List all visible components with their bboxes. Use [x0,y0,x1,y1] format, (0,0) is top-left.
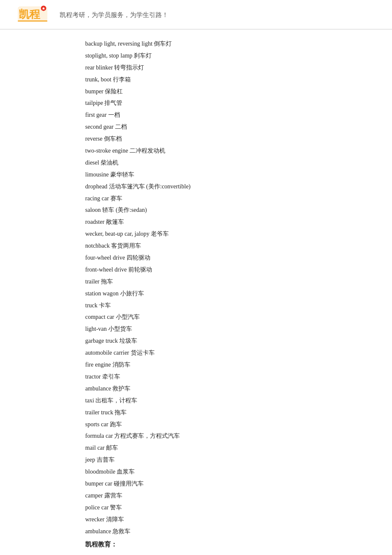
list-item: ambulance 急救车 [85,526,315,538]
list-item: wrecker 清障车 [85,514,315,526]
list-item: formula car 方程式赛车，方程式汽车 [85,430,315,442]
vocab-list: backup light, reversing light 倒车灯stoplig… [85,38,315,537]
list-item: trailer 拖车 [85,276,315,288]
header-tagline: 凯程考研，为学员服务，为学生引路！ [60,11,168,19]
list-item: stoplight, stop lamp 刹车灯 [85,50,315,62]
main-content: backup light, reversing light 倒车灯stoplig… [0,29,392,555]
list-item: automobile carrier 货运卡车 [85,347,315,359]
svg-rect-5 [18,20,47,22]
list-item: racing car 赛车 [85,193,315,205]
list-item: bloodmobile 血浆车 [85,466,315,478]
list-item: roadster 敞篷车 [85,216,315,228]
list-item: backup light, reversing light 倒车灯 [85,38,315,50]
list-item: trailer truck 拖车 [85,407,315,419]
svg-text:凯: 凯 [19,9,30,20]
list-item: police car 警车 [85,502,315,514]
list-item: rear blinker 转弯指示灯 [85,62,315,74]
section-label: 凯程教育： [85,541,315,549]
list-item: notchback 客货两用车 [85,240,315,252]
list-item: light-van 小型货车 [85,323,315,335]
list-item: trunk, boot 行李箱 [85,74,315,86]
list-item: camper 露营车 [85,490,315,502]
list-item: tailpipe 排气管 [85,97,315,109]
list-item: ambulance 救护车 [85,383,315,395]
svg-text:★: ★ [42,6,46,11]
list-item: station wagon 小旅行车 [85,288,315,300]
list-item: mail car 邮车 [85,442,315,454]
list-item: compact car 小型汽车 [85,311,315,323]
list-item: truck 卡车 [85,300,315,312]
logo-area: 凯 程 ★ [17,4,51,26]
list-item: saloon 轿车 (美作:sedan) [85,204,315,216]
list-item: bumper car 碰撞用汽车 [85,478,315,490]
list-item: tractor 牵引车 [85,371,315,383]
list-item: second gear 二档 [85,121,315,133]
page-wrapper: 凯 程 ★ 凯程考研，为学员服务，为学生引路！ backup light, re… [0,0,392,555]
list-item: wecker, beat-up car, jalopy 老爷车 [85,228,315,240]
header: 凯 程 ★ 凯程考研，为学员服务，为学生引路！ [0,0,392,29]
list-item: first gear 一档 [85,109,315,121]
list-item: limousine 豪华轿车 [85,169,315,181]
list-item: reverse 倒车档 [85,133,315,145]
list-item: taxi 出租车，计程车 [85,395,315,407]
list-item: front-wheel drive 前轮驱动 [85,264,315,276]
svg-text:程: 程 [29,9,40,20]
list-item: garbage truck 垃圾车 [85,335,315,347]
list-item: sports car 跑车 [85,419,315,431]
list-item: fire engine 消防车 [85,359,315,371]
list-item: four-wheel drive 四轮驱动 [85,252,315,264]
list-item: jeep 吉普车 [85,454,315,466]
list-item: bumper 保险杠 [85,86,315,98]
list-item: diesel 柴油机 [85,157,315,169]
logo-icon: 凯 程 ★ [17,4,51,26]
list-item: two-stroke engine 二冲程发动机 [85,145,315,157]
list-item: drophead 活动车篷汽车 (美作:convertible) [85,181,315,193]
